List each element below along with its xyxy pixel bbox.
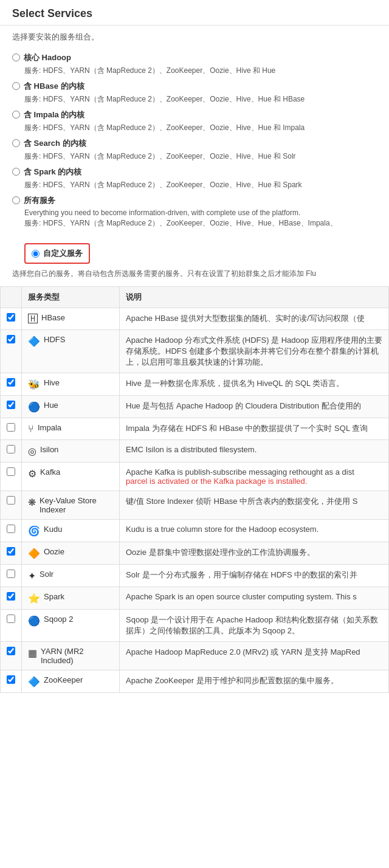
page-subtitle: 选择要安装的服务组合。 bbox=[0, 26, 389, 49]
page-title: Select Services bbox=[0, 0, 389, 26]
table-row: ✦SolrSolr 是一个分布式服务，用于编制存储在 HDFS 中的数据的索引并 bbox=[1, 565, 389, 587]
radio-hbase[interactable] bbox=[12, 82, 20, 90]
service-desc-oozie: Oozie 是群集中管理数据处理作业的工作流协调服务。 bbox=[120, 542, 389, 565]
service-desc-spark: Apache Spark is an open source cluster c… bbox=[120, 587, 389, 610]
service-name-isilon: Isilon bbox=[40, 445, 58, 454]
service-desc-hive: Hive 是一种数据仓库系统，提供名为 HiveQL 的 SQL 类语言。 bbox=[120, 373, 389, 396]
service-desc-hdfs: Apache Hadoop 分布式文件系统 (HDFS) 是 Hadoop 应用… bbox=[120, 330, 389, 373]
custom-services-option[interactable]: 自定义服务 bbox=[24, 243, 90, 264]
yarn-icon: ▦ bbox=[28, 647, 37, 659]
table-row: 🐝HiveHive 是一种数据仓库系统，提供名为 HiveQL 的 SQL 类语… bbox=[1, 373, 389, 396]
table-row: ⭐SparkApache Spark is an open source clu… bbox=[1, 587, 389, 610]
service-checkbox-hive[interactable] bbox=[7, 378, 15, 387]
service-checkbox-oozie[interactable] bbox=[7, 547, 15, 556]
radio-desc-hbase: 服务: HDFS、YARN（含 MapReduce 2）、ZooKeeper、O… bbox=[12, 94, 377, 105]
kudu-icon: 🌀 bbox=[28, 525, 40, 537]
services-table: 服务类型 说明 🄷HBaseApache HBase 提供对大型数据集的随机、实… bbox=[0, 286, 389, 693]
radio-desc-impala: 服务: HDFS、YARN（含 MapReduce 2）、ZooKeeper、O… bbox=[12, 123, 377, 133]
hbase-icon: 🄷 bbox=[28, 314, 38, 325]
service-name-hbase: HBase bbox=[41, 313, 65, 322]
radio-option-search[interactable]: 含 Search 的内核 bbox=[12, 138, 377, 149]
solr-icon: ✦ bbox=[28, 570, 36, 582]
service-checkbox-kvstore[interactable] bbox=[7, 496, 15, 505]
radio-label-hbase: 含 HBase 的内核 bbox=[24, 81, 84, 92]
service-name-sqoop: Sqoop 2 bbox=[44, 615, 73, 624]
service-checkbox-sqoop[interactable] bbox=[7, 615, 15, 623]
radio-label-all: 所有服务 bbox=[24, 195, 55, 206]
service-name-hue: Hue bbox=[44, 401, 58, 410]
col-checkbox bbox=[1, 287, 22, 308]
radio-option-spark[interactable]: 含 Spark 的内核 bbox=[12, 167, 377, 177]
custom-radio[interactable] bbox=[32, 250, 40, 258]
table-row: 🔵HueHue 是与包括 Apache Hadoop 的 Cloudera Di… bbox=[1, 396, 389, 418]
service-desc-yarn: Apache Hadoop MapReduce 2.0 (MRv2) 或 YAR… bbox=[120, 642, 389, 670]
oozie-icon: 🔶 bbox=[28, 548, 40, 559]
hue-icon: 🔵 bbox=[28, 401, 40, 413]
table-row: ◎IsilonEMC Isilon is a distributed files… bbox=[1, 440, 389, 463]
service-name-kudu: Kudu bbox=[44, 525, 62, 534]
impala-icon: ⑂ bbox=[28, 424, 34, 435]
service-checkbox-hbase[interactable] bbox=[7, 313, 15, 322]
custom-services-label: 自定义服务 bbox=[43, 248, 83, 259]
service-desc-solr: Solr 是一个分布式服务，用于编制存储在 HDFS 中的数据的索引并 bbox=[120, 565, 389, 587]
service-checkbox-isilon[interactable] bbox=[7, 445, 15, 453]
service-warning-kafka: parcel is activated or the Kafka package… bbox=[126, 477, 307, 486]
table-row: 🔶OozieOozie 是群集中管理数据处理作业的工作流协调服务。 bbox=[1, 542, 389, 565]
table-row: ⚙KafkaApache Kafka is publish-subscribe … bbox=[1, 463, 389, 491]
service-desc-kvstore: 键/值 Store Indexer 侦听 HBase 中所含表内的数据变化，并使… bbox=[120, 491, 389, 520]
service-checkbox-zookeeper[interactable] bbox=[7, 675, 15, 684]
radio-desc2-all: 服务: HDFS、YARN（含 MapReduce 2）、ZooKeeper、O… bbox=[12, 218, 377, 229]
zookeeper-icon: 🔷 bbox=[28, 676, 40, 687]
service-name-kvstore: Key-Value StoreIndexer bbox=[40, 496, 97, 514]
table-row: ⑂ImpalaImpala 为存储在 HDFS 和 HBase 中的数据提供了一… bbox=[1, 418, 389, 440]
service-name-zookeeper: ZooKeeper bbox=[44, 675, 83, 684]
col-description: 说明 bbox=[120, 287, 389, 308]
service-checkbox-hue[interactable] bbox=[7, 401, 15, 409]
radio-desc-all: Everything you need to become informatio… bbox=[12, 208, 377, 217]
kvstore-icon: ❋ bbox=[28, 497, 36, 508]
table-row: 🔷ZooKeeperApache ZooKeeper 是用于维护和同步配置数据的… bbox=[1, 670, 389, 693]
kafka-icon: ⚙ bbox=[28, 468, 36, 480]
service-name-solr: Solr bbox=[40, 570, 53, 579]
radio-impala[interactable] bbox=[12, 111, 20, 119]
service-checkbox-kafka[interactable] bbox=[7, 467, 15, 476]
isilon-icon: ◎ bbox=[28, 446, 36, 457]
radio-option-all[interactable]: 所有服务 bbox=[12, 195, 377, 206]
service-desc-hbase: Apache HBase 提供对大型数据集的随机、实时的读/写访问权限（使 bbox=[120, 308, 389, 330]
col-service-type: 服务类型 bbox=[22, 287, 120, 308]
table-row: ❋Key-Value StoreIndexer键/值 Store Indexer… bbox=[1, 491, 389, 520]
service-desc-hue: Hue 是与包括 Apache Hadoop 的 Cloudera Distri… bbox=[120, 396, 389, 418]
service-desc-kudu: Kudu is a true column store for the Hado… bbox=[120, 520, 389, 542]
service-name-impala: Impala bbox=[38, 423, 61, 432]
service-name-hdfs: HDFS bbox=[44, 335, 65, 344]
table-row: 🌀KuduKudu is a true column store for the… bbox=[1, 520, 389, 542]
service-checkbox-impala[interactable] bbox=[7, 423, 15, 432]
radio-desc-core_hadoop: 服务: HDFS、YARN（含 MapReduce 2）、ZooKeeper、O… bbox=[12, 66, 377, 76]
radio-option-hbase[interactable]: 含 HBase 的内核 bbox=[12, 81, 377, 92]
radio-option-core_hadoop[interactable]: 核心 Hadoop bbox=[12, 52, 377, 63]
service-name-kafka: Kafka bbox=[40, 467, 60, 477]
service-checkbox-yarn[interactable] bbox=[7, 647, 15, 655]
service-checkbox-kudu[interactable] bbox=[7, 525, 15, 533]
sqoop-icon: 🔵 bbox=[28, 615, 40, 627]
service-name-oozie: Oozie bbox=[44, 547, 64, 556]
service-desc-impala: Impala 为存储在 HDFS 和 HBase 中的数据提供了一个实时 SQL… bbox=[120, 418, 389, 440]
table-row: 🄷HBaseApache HBase 提供对大型数据集的随机、实时的读/写访问权… bbox=[1, 308, 389, 330]
radio-label-search: 含 Search 的内核 bbox=[24, 138, 86, 149]
radio-spark[interactable] bbox=[12, 168, 20, 176]
service-desc-zookeeper: Apache ZooKeeper 是用于维护和同步配置数据的集中服务。 bbox=[120, 670, 389, 693]
service-name-yarn: YARN (MR2Included) bbox=[41, 647, 84, 665]
radio-option-impala[interactable]: 含 Impala 的内核 bbox=[12, 109, 377, 120]
preset-options: 核心 Hadoop服务: HDFS、YARN（含 MapReduce 2）、Zo… bbox=[0, 49, 389, 237]
spark-icon: ⭐ bbox=[28, 593, 40, 604]
radio-core_hadoop[interactable] bbox=[12, 53, 20, 61]
radio-label-impala: 含 Impala 的内核 bbox=[24, 109, 84, 120]
service-checkbox-hdfs[interactable] bbox=[7, 335, 15, 343]
radio-all[interactable] bbox=[12, 196, 20, 204]
hive-icon: 🐝 bbox=[28, 379, 40, 390]
service-desc-kafka: Apache Kafka is publish-subscribe messag… bbox=[120, 463, 389, 491]
service-checkbox-spark[interactable] bbox=[7, 592, 15, 601]
service-checkbox-solr[interactable] bbox=[7, 570, 15, 578]
service-name-spark: Spark bbox=[44, 592, 64, 601]
radio-search[interactable] bbox=[12, 139, 20, 147]
